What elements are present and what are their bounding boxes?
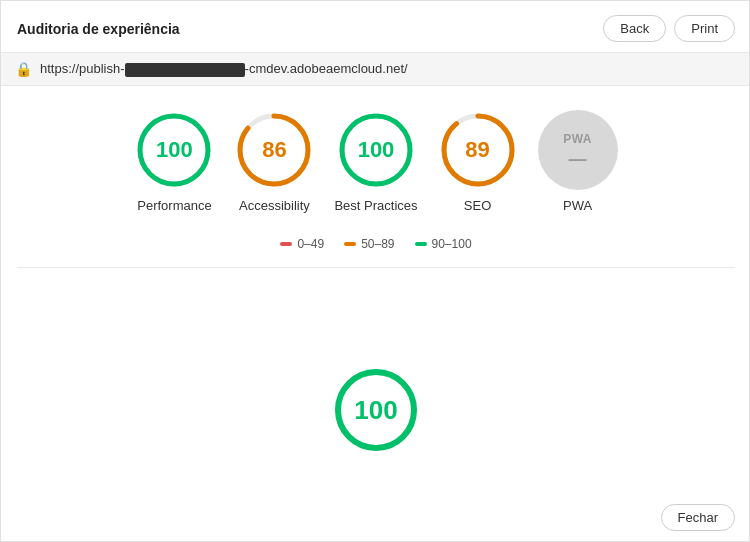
header-buttons: Back Print xyxy=(603,15,735,42)
score-circle-performance: 100 xyxy=(134,110,214,190)
legend-dot-red xyxy=(280,242,292,246)
legend-label-orange: 50–89 xyxy=(361,237,394,251)
score-item-best-practices: 100 Best Practices xyxy=(334,110,417,213)
close-button[interactable]: Fechar xyxy=(661,504,735,531)
score-circle-accessibility: 86 xyxy=(234,110,314,190)
legend-item-red: 0–49 xyxy=(280,237,324,251)
lock-icon: 🔒 xyxy=(15,61,32,77)
score-value-performance: 100 xyxy=(156,137,193,163)
pwa-circle: PWA — xyxy=(538,110,618,190)
url-redacted xyxy=(125,63,245,77)
score-value-accessibility: 86 xyxy=(262,137,286,163)
pwa-circle-label: PWA xyxy=(563,132,592,146)
bottom-score-circle: 100 xyxy=(331,365,421,455)
back-button[interactable]: Back xyxy=(603,15,666,42)
url-text: https://publish--cmdev.adobeaemcloud.net… xyxy=(40,61,408,77)
score-circle-best-practices: 100 xyxy=(336,110,416,190)
scores-section: 100 Performance 86 Accessibility xyxy=(1,86,750,229)
score-label-best-practices: Best Practices xyxy=(334,198,417,213)
legend-dot-orange xyxy=(344,242,356,246)
bottom-section: 100 xyxy=(1,268,750,542)
score-label-performance: Performance xyxy=(137,198,211,213)
legend-label-red: 0–49 xyxy=(297,237,324,251)
legend: 0–49 50–89 90–100 xyxy=(1,229,750,267)
page-title: Auditoria de experiência xyxy=(17,21,180,37)
legend-item-orange: 50–89 xyxy=(344,237,394,251)
score-label-pwa: PWA xyxy=(563,198,592,213)
print-button[interactable]: Print xyxy=(674,15,735,42)
url-bar: 🔒 https://publish--cmdev.adobeaemcloud.n… xyxy=(1,53,750,86)
score-value-best-practices: 100 xyxy=(358,137,395,163)
legend-label-green: 90–100 xyxy=(432,237,472,251)
footer: Fechar xyxy=(661,504,735,531)
header: Auditoria de experiência Back Print xyxy=(1,1,750,53)
score-item-performance: 100 Performance xyxy=(134,110,214,213)
score-item-pwa: PWA — PWA xyxy=(538,110,618,213)
page: Auditoria de experiência Back Print 🔒 ht… xyxy=(1,1,750,542)
score-item-accessibility: 86 Accessibility xyxy=(234,110,314,213)
pwa-dash: — xyxy=(569,150,587,168)
score-value-seo: 89 xyxy=(465,137,489,163)
score-label-seo: SEO xyxy=(464,198,491,213)
score-circle-seo: 89 xyxy=(438,110,518,190)
bottom-score-value: 100 xyxy=(354,394,397,425)
score-item-seo: 89 SEO xyxy=(438,110,518,213)
legend-item-green: 90–100 xyxy=(415,237,472,251)
legend-dot-green xyxy=(415,242,427,246)
score-label-accessibility: Accessibility xyxy=(239,198,310,213)
